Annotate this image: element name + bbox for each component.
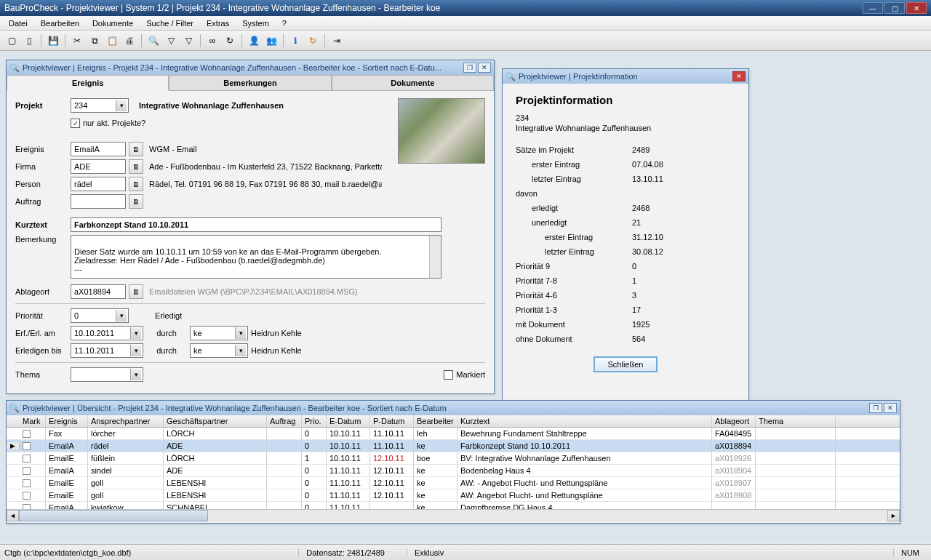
ereignis-window-title: Projektviewer | Ereignis - Projekt 234 -… bbox=[23, 63, 462, 72]
label-bemerkung: Bemerkung bbox=[15, 235, 71, 244]
label-ereignis: Ereignis bbox=[15, 145, 71, 153]
status-path: Ctgb (c:\bpc\extdaten\ctgb_koe.dbf) bbox=[4, 548, 138, 557]
durch2-combo[interactable]: ke bbox=[190, 343, 248, 358]
bemerkung-textarea[interactable]: Dieser Satz wurde am 10.10.11 um 10:59 v… bbox=[71, 235, 441, 279]
info-icon[interactable]: ℹ bbox=[288, 33, 303, 48]
uebersicht-close-button[interactable]: ✕ bbox=[884, 403, 897, 413]
firma-input[interactable]: ADE bbox=[71, 159, 126, 174]
durch2-text: Heidrun Kehle bbox=[251, 346, 302, 355]
table-row[interactable]: ▶EmailArädelADE010.10.1111.10.11keFarbko… bbox=[7, 440, 900, 452]
durch1-combo[interactable]: ke bbox=[190, 326, 248, 340]
markiert-checkbox[interactable]: Markiert bbox=[444, 370, 485, 380]
auftrag-lookup-icon[interactable]: 🗎 bbox=[129, 194, 143, 209]
table-row[interactable]: FaxlörcherLÖRCH010.10.1111.10.11lehBeweh… bbox=[7, 428, 900, 440]
table-row[interactable]: EmailEfüßleinLÖRCH110.10.1112.10.11boeBV… bbox=[7, 452, 900, 465]
reload-icon[interactable]: ↻ bbox=[305, 33, 320, 48]
new-icon[interactable]: ▢ bbox=[4, 33, 19, 48]
prioritaet-combo[interactable]: 0 bbox=[71, 308, 129, 323]
info-row: erster Eintrag07.04.08 bbox=[516, 157, 735, 172]
list-header: Mark Ereignis Ansprechpartner Geschäftsp… bbox=[7, 415, 900, 428]
kurztext-input[interactable]: Farbkonzept Stand 10.10.2011 bbox=[71, 217, 441, 232]
col-ablageort[interactable]: Ablageort bbox=[712, 415, 756, 427]
table-row[interactable]: EmailAkwiatkowSCHNABEL011.10.11. .keDamp… bbox=[7, 502, 900, 509]
projekt-name: Integrative Wohnanlage Zuffenhausen bbox=[139, 101, 284, 110]
copy-icon[interactable]: ⧉ bbox=[87, 33, 102, 48]
firma-text: Ade - Fußbodenbau - Im Kusterfeld 23, 71… bbox=[149, 162, 382, 171]
find-icon[interactable]: 🔍 bbox=[146, 33, 161, 48]
tab-bemerkungen[interactable]: Bemerkungen bbox=[169, 75, 331, 90]
uebersicht-max-button[interactable]: ❐ bbox=[869, 403, 882, 413]
col-geschaeftspartner[interactable]: Geschäftspartner bbox=[164, 415, 267, 427]
tab-dokumente[interactable]: Dokumente bbox=[332, 75, 494, 90]
table-row[interactable]: EmailEgollLEBENSHI011.10.1112.10.11keAW:… bbox=[7, 489, 900, 502]
col-kurztext[interactable]: Kurztext bbox=[457, 415, 712, 427]
menu-suche-filter[interactable]: Suche / Filter bbox=[140, 17, 199, 29]
ereignis-close-button[interactable]: ✕ bbox=[478, 63, 491, 73]
users-icon[interactable]: 👥 bbox=[264, 33, 279, 48]
ereignis-lookup-icon[interactable]: 🗎 bbox=[129, 142, 143, 156]
erledigen-bis-date[interactable]: 11.10.2011 bbox=[71, 343, 143, 358]
auftrag-input[interactable] bbox=[71, 194, 126, 209]
erf-erl-date[interactable]: 10.10.2011 bbox=[71, 326, 143, 340]
info-row: Priorität 7-81 bbox=[516, 273, 735, 288]
label-durch-1: durch bbox=[143, 329, 190, 337]
open-icon[interactable]: ▯ bbox=[22, 33, 36, 48]
person-input[interactable]: rädel bbox=[71, 177, 126, 191]
link-icon[interactable]: ∞ bbox=[205, 33, 220, 48]
projekt-combo[interactable]: 234 bbox=[71, 98, 129, 113]
col-ereignis[interactable]: Ereignis bbox=[46, 415, 88, 427]
thema-combo[interactable] bbox=[71, 367, 143, 382]
exit-icon[interactable]: ⇥ bbox=[329, 33, 344, 48]
col-mark[interactable]: Mark bbox=[20, 415, 46, 427]
menu-bearbeiten[interactable]: Bearbeiten bbox=[35, 17, 85, 29]
projektinfo-heading: Projektinformation bbox=[516, 94, 735, 106]
maximize-button[interactable]: ▢ bbox=[884, 2, 905, 14]
ereignis-input[interactable]: EmailA bbox=[71, 142, 126, 156]
col-edatum[interactable]: E-Datum bbox=[327, 415, 370, 427]
filter2-icon[interactable]: ▽ bbox=[181, 33, 196, 48]
info-row: letzter Eintrag13.10.11 bbox=[516, 172, 735, 186]
ereignis-maximize-button[interactable]: ❐ bbox=[463, 63, 476, 73]
table-row[interactable]: EmailEgollLEBENSHI011.10.1112.10.11keAW:… bbox=[7, 477, 900, 489]
user-icon[interactable]: 👤 bbox=[247, 33, 261, 48]
ablageort-lookup-icon[interactable]: 🗎 bbox=[129, 284, 143, 299]
nur-akt-checkbox[interactable]: ✓nur akt. Projekte? bbox=[71, 119, 145, 128]
minimize-button[interactable]: — bbox=[863, 2, 883, 14]
paste-icon[interactable]: 📋 bbox=[105, 33, 119, 48]
menu--[interactable]: ? bbox=[276, 17, 292, 29]
uebersicht-title: Projektviewer | Übersicht - Projekt 234 … bbox=[23, 404, 868, 412]
col-bearbeiter[interactable]: Bearbeiter bbox=[414, 415, 457, 427]
magnifier-icon: 🔍 bbox=[506, 72, 516, 81]
info-row: letzter Eintrag30.08.12 bbox=[516, 244, 735, 259]
col-ansprechpartner[interactable]: Ansprechpartner bbox=[88, 415, 164, 427]
filter-icon[interactable]: ▽ bbox=[164, 33, 178, 48]
cut-icon[interactable]: ✂ bbox=[70, 33, 84, 48]
schliessen-button[interactable]: Schließen bbox=[594, 356, 658, 372]
scrollbar[interactable] bbox=[429, 236, 441, 278]
label-person: Person bbox=[15, 180, 71, 188]
col-thema[interactable]: Thema bbox=[756, 415, 836, 427]
col-auftrag[interactable]: Auftrag bbox=[267, 415, 302, 427]
menu-datei[interactable]: Datei bbox=[3, 17, 33, 29]
label-erledigt: Erledigt bbox=[155, 311, 182, 320]
table-row[interactable]: EmailAsindelADE011.10.1112.10.11keBodenb… bbox=[7, 465, 900, 477]
col-prio[interactable]: Prio. bbox=[302, 415, 327, 427]
tab-ereignis[interactable]: Ereignis bbox=[7, 75, 169, 91]
person-lookup-icon[interactable]: 🗎 bbox=[129, 177, 143, 191]
horizontal-scrollbar[interactable]: ◄► bbox=[7, 509, 900, 521]
refresh-icon[interactable]: ↻ bbox=[223, 33, 237, 48]
menu-dokumente[interactable]: Dokumente bbox=[87, 17, 139, 29]
col-pdatum[interactable]: P-Datum bbox=[370, 415, 414, 427]
window-title: BauProCheck - Projektviewer | System 1/2… bbox=[4, 3, 863, 13]
projektinfo-close-button[interactable]: ✕ bbox=[732, 71, 746, 81]
firma-lookup-icon[interactable]: 🗎 bbox=[129, 159, 143, 174]
menu-system[interactable]: System bbox=[236, 17, 275, 29]
print-icon[interactable]: 🖨 bbox=[122, 33, 137, 48]
ablageort-input[interactable]: aX018894 bbox=[71, 284, 126, 299]
status-mode: Exklusiv bbox=[407, 548, 451, 557]
menu-extras[interactable]: Extras bbox=[201, 17, 235, 29]
info-row: Sätze im Projekt2489 bbox=[516, 143, 735, 157]
close-button[interactable]: ✕ bbox=[906, 2, 927, 14]
projektinfo-id: 234 bbox=[516, 113, 735, 122]
save-icon[interactable]: 💾 bbox=[46, 33, 60, 48]
